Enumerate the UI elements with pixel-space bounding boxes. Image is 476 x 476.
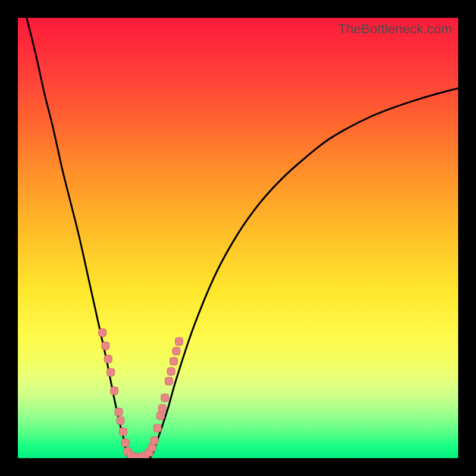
data-marker <box>99 329 107 337</box>
data-marker <box>173 347 180 355</box>
data-marker <box>154 424 161 432</box>
data-marker <box>117 417 124 425</box>
data-marker <box>121 439 129 447</box>
data-marker <box>111 387 118 394</box>
marker-group <box>99 329 183 458</box>
data-marker <box>107 368 115 376</box>
plot-area: TheBottleneck.com <box>18 18 458 458</box>
data-marker <box>170 358 177 365</box>
data-marker <box>156 412 164 419</box>
data-marker <box>167 368 175 375</box>
data-marker <box>102 342 109 350</box>
data-marker <box>158 405 166 412</box>
curve-group <box>27 18 458 458</box>
data-marker <box>165 377 173 385</box>
data-marker <box>119 428 127 436</box>
data-marker <box>115 408 123 416</box>
data-marker <box>175 337 183 345</box>
chart-frame: TheBottleneck.com <box>0 0 476 476</box>
bottleneck-curve <box>27 18 458 458</box>
data-marker <box>104 355 112 363</box>
data-marker <box>148 444 156 452</box>
data-marker <box>161 394 169 402</box>
bottleneck-curve-layer <box>18 18 458 458</box>
data-marker <box>151 437 158 444</box>
watermark-text: TheBottleneck.com <box>338 21 452 37</box>
